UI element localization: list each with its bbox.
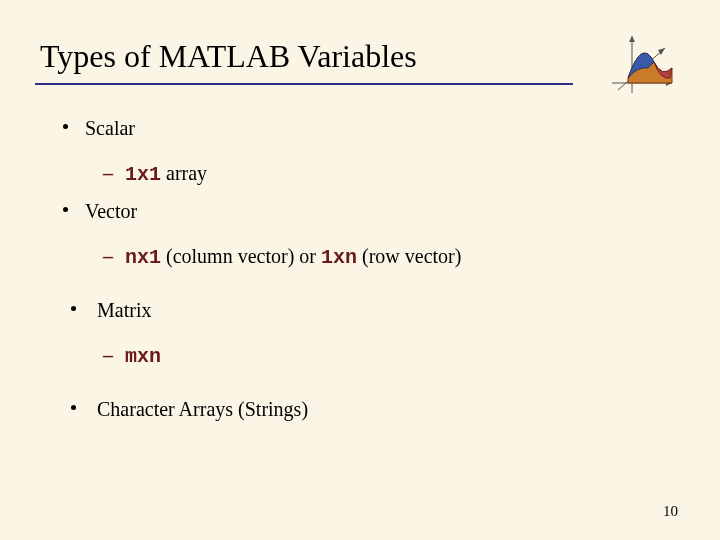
subbullet-matrix-code: mxn (125, 345, 161, 368)
bullet-strings-label: Character Arrays (Strings) (97, 398, 308, 420)
dash-icon: – (103, 245, 113, 268)
page-number: 10 (663, 503, 678, 520)
bullet-dot-icon (71, 306, 76, 311)
slide-content: Scalar – 1x1 array Vector – nx1 (column … (63, 105, 660, 421)
bullet-dot-icon (71, 405, 76, 410)
bullet-scalar: Scalar (63, 117, 660, 140)
bullet-vector: Vector (63, 200, 660, 223)
bullet-matrix: Matrix (71, 299, 660, 322)
subbullet-scalar-text: array (161, 162, 207, 184)
matlab-logo-icon (610, 28, 690, 98)
slide-title: Types of MATLAB Variables (40, 38, 417, 75)
bullet-matrix-label: Matrix (97, 299, 151, 321)
dash-icon: – (103, 344, 113, 367)
bullet-dot-icon (63, 124, 68, 129)
dash-icon: – (103, 162, 113, 185)
subbullet-vector: – nx1 (column vector) or 1xn (row vector… (103, 245, 660, 269)
slide-container: Types of MATLAB Variables Scalar – 1x1 a… (0, 0, 720, 540)
subbullet-vector-code2: 1xn (321, 246, 357, 269)
bullet-scalar-label: Scalar (85, 117, 135, 139)
title-underline (35, 83, 573, 85)
subbullet-vector-after: (row vector) (357, 245, 461, 267)
bullet-vector-label: Vector (85, 200, 137, 222)
subbullet-scalar: – 1x1 array (103, 162, 660, 186)
subbullet-vector-code1: nx1 (125, 246, 161, 269)
subbullet-matrix: – mxn (103, 344, 660, 368)
subbullet-scalar-code: 1x1 (125, 163, 161, 186)
subbullet-vector-mid: (column vector) or (161, 245, 321, 267)
svg-marker-4 (629, 36, 635, 42)
bullet-dot-icon (63, 207, 68, 212)
bullet-strings: Character Arrays (Strings) (71, 398, 660, 421)
